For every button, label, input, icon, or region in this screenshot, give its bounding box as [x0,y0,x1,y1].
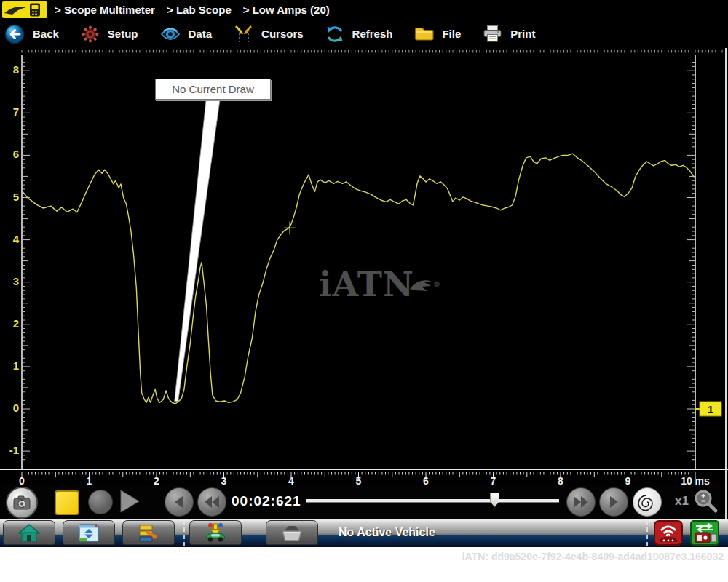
wireless-icon[interactable] [654,520,683,546]
playback-slider-track[interactable] [306,499,559,503]
spiral-icon [637,492,657,512]
spiral-review-button[interactable] [633,487,662,517]
gear-icon [81,25,100,44]
data-label: Data [189,28,213,40]
step-back-button[interactable] [165,487,194,517]
record-button[interactable] [88,490,113,514]
playback-slider-handle[interactable] [490,493,499,507]
folder-icon [414,26,434,41]
taskbar-data-manager-button[interactable] [122,520,175,545]
data-manager-icon [138,523,159,543]
taskbar-separator [646,520,648,546]
fast-forward-button[interactable] [566,487,596,517]
data-button[interactable]: Data [160,26,213,42]
file-label: File [442,28,461,40]
setup-label: Setup [108,28,138,40]
breadcrumb-scope-multimeter[interactable]: > Scope Multimeter [55,4,155,16]
home-icon [18,523,40,543]
printer-icon [483,25,502,43]
breadcrumb-low-amps[interactable]: > Low Amps (20) [243,4,330,16]
usb-connection-icon[interactable] [690,520,719,546]
print-label: Print [510,28,535,40]
vehicle-status-label: No Active Vehicle [339,526,435,539]
window-right-edge [725,48,727,519]
file-button[interactable]: File [414,26,461,41]
waveform-canvas[interactable]: 1 [0,48,728,469]
taskbar-separator [183,520,185,546]
refresh-button[interactable]: Refresh [325,25,393,44]
refresh-label: Refresh [352,28,393,40]
system-taskbar: No Active Vehicle [0,519,728,547]
time-ruler: 012345678910 ms [0,469,728,485]
breadcrumb-bar: > Scope Multimeter > Lab Scope > Low Amp… [0,0,728,20]
channel-1-marker[interactable]: 1 [700,402,721,416]
zoom-level-label: x1 [675,494,689,509]
play-button[interactable] [119,489,141,514]
iatn-session-id: iATN: dd9a520e-7f92-4e4b-8409-ad4ad10087… [462,551,724,562]
vehicle-history-icon [280,522,304,543]
scope-multimeter-icon [78,523,100,543]
taskbar-vehicle-history-button[interactable] [266,520,318,545]
back-icon [4,24,25,44]
print-button[interactable]: Print [483,25,535,43]
cursors-icon [234,25,253,43]
multimeter-logo-icon[interactable] [2,1,47,18]
playback-time: 00:02:621 [232,493,301,509]
annotation-pointer [175,100,220,402]
back-label: Back [33,28,59,40]
breadcrumb-lab-scope[interactable]: > Lab Scope [167,4,232,16]
refresh-icon [325,25,344,44]
eye-icon [160,26,181,42]
rewind-button[interactable] [197,487,226,517]
step-back-icon [172,495,186,509]
playback-bar: 00:02:621 x1 [0,485,728,519]
taskbar-scope-multimeter-button[interactable] [63,520,115,545]
footer: iATN: dd9a520e-7f92-4e4b-8409-ad4ad10087… [0,547,728,582]
svg-text:1: 1 [708,403,713,415]
cursors-button[interactable]: Cursors [234,25,304,43]
taskbar-home-button[interactable] [3,520,55,545]
rewind-icon [203,495,221,509]
back-button[interactable]: Back [4,24,59,44]
camera-icon [12,495,31,511]
annotation-callout: No Current Draw [155,79,271,100]
cursor-cross-marker[interactable] [284,221,296,234]
fast-forward-icon [572,495,590,509]
toolbar: Back Setup Data [0,20,728,48]
waveform-trace [22,154,694,404]
step-forward-button[interactable] [599,487,628,517]
camera-snapshot-button[interactable] [6,487,38,519]
taskbar-scanner-button[interactable] [189,520,242,545]
step-forward-icon [606,495,621,509]
zoom-magnifier-button[interactable] [692,487,719,515]
scanner-icon [204,522,227,543]
scope-plot-area[interactable]: iATN ® 1 No Current Draw 876543210-1 [0,48,728,469]
cursors-label: Cursors [261,28,304,40]
setup-button[interactable]: Setup [81,25,138,44]
stop-button[interactable] [55,490,79,515]
